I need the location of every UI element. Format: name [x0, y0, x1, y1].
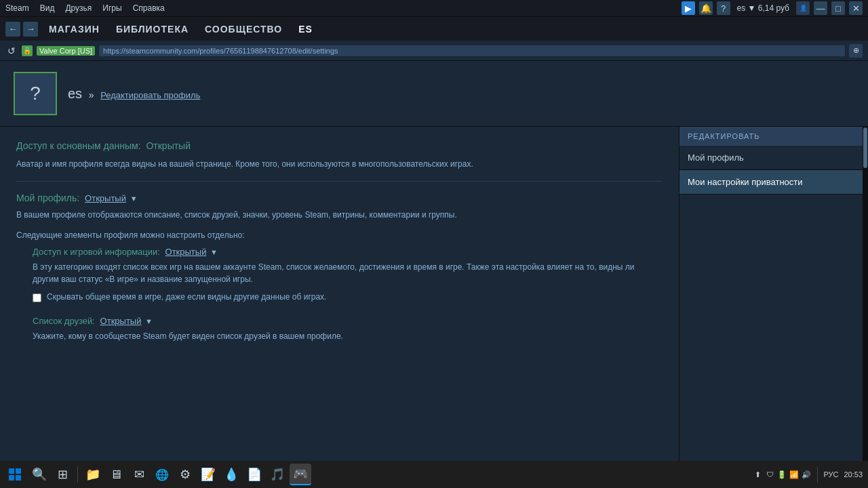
game-info-desc: В эту категорию входят список всех игр н…	[33, 261, 663, 285]
section-basic-data: Доступ к основным данным: Открытый Авата…	[16, 140, 663, 170]
tray-battery[interactable]: 🔋	[776, 469, 787, 480]
hide-playtime-label: Скрывать общее время в игре, даже если в…	[47, 292, 326, 302]
friends-arrow: ▼	[145, 317, 153, 325]
lock-icon: 🔒	[22, 45, 33, 56]
sub-items: Доступ к игровой информации: Открытый ▼ …	[33, 247, 663, 342]
game-info-status-link[interactable]: Открытый ▼	[165, 247, 218, 257]
profile-avatar: ?	[14, 72, 57, 115]
svg-rect-1	[16, 468, 21, 474]
section2-arrow: ▼	[130, 195, 138, 203]
section1-status: Открытый	[146, 140, 191, 151]
profile-header: ? es » Редактировать профиль	[0, 61, 868, 127]
profile-edit-link[interactable]: Редактировать профиль	[100, 90, 200, 100]
taskbar: 🔍 ⊞ 📁 🖥 ✉ 🌐 ⚙ 📝 💧 📄 🎵 🎮 ⬆ 🛡 🔋 📶 🔊 РУС 20…	[0, 461, 868, 488]
section2-title: Мой профиль: Открытый ▼	[16, 192, 663, 203]
svg-rect-0	[9, 468, 14, 474]
menu-help[interactable]: Справка	[133, 3, 165, 13]
section2-status[interactable]: Открытый	[85, 193, 126, 203]
game-info-section: Доступ к игровой информации: Открытый ▼ …	[33, 247, 663, 302]
main-content: ? es » Редактировать профиль Доступ к ос…	[0, 61, 868, 464]
taskview-icon[interactable]: ⊞	[52, 464, 73, 485]
keyboard-lang[interactable]: РУС	[823, 470, 838, 479]
system-clock: 20:53	[844, 470, 863, 479]
scrollbar[interactable]	[863, 127, 868, 464]
help-icon[interactable]: ?	[717, 1, 730, 15]
left-panel: Доступ к основным данным: Открытый Авата…	[0, 127, 679, 464]
menu-steam[interactable]: Steam	[5, 3, 29, 13]
section2-status-link[interactable]: Открытый ▼	[85, 192, 138, 203]
profile-username: es	[68, 86, 82, 101]
game-info-status[interactable]: Открытый	[165, 247, 207, 257]
notepad-icon[interactable]: 📝	[197, 464, 219, 485]
divider-1	[16, 181, 663, 182]
avatar-icon[interactable]: 👤	[796, 1, 810, 15]
nav-user[interactable]: ES	[298, 24, 313, 35]
section1-desc: Аватар и имя профиля всегда видны на ваш…	[16, 158, 663, 170]
nav-library[interactable]: БИБЛИОТЕКА	[116, 24, 189, 35]
explorer-icon[interactable]: 📁	[82, 464, 104, 485]
steam-icon[interactable]: ▶	[682, 1, 695, 15]
right-panel-edit-label: РЕДАКТИРОВАТЬ	[679, 127, 863, 146]
maximize-button[interactable]: □	[831, 1, 845, 15]
nav-store[interactable]: МАГАЗИН	[49, 24, 100, 35]
menu-games[interactable]: Игры	[102, 3, 121, 13]
svg-rect-2	[9, 475, 14, 481]
tray-network[interactable]: 📶	[789, 469, 800, 480]
taskbar-right: ⬆ 🛡 🔋 📶 🔊 РУС 20:53	[752, 466, 865, 483]
friends-status-link[interactable]: Открытый ▼	[100, 316, 153, 326]
bookmark-icon[interactable]: ⊕	[849, 44, 863, 58]
pdf-icon[interactable]: 📄	[243, 464, 265, 485]
menu-view[interactable]: Вид	[40, 3, 55, 13]
url-field[interactable]: https://steamcommunity.com/profiles/7656…	[99, 45, 845, 56]
system-tray: ⬆ 🛡 🔋 📶 🔊	[752, 469, 812, 480]
section2-desc: В вашем профиле отображаются описание, с…	[16, 209, 663, 221]
friends-section: Список друзей: Открытый ▼ Укажите, кому …	[33, 316, 663, 342]
section1-title: Доступ к основным данным: Открытый	[16, 140, 663, 151]
section-my-profile: Мой профиль: Открытый ▼ В вашем профиле …	[16, 192, 663, 342]
top-nav: ← → МАГАЗИН БИБЛИОТЕКА СООБЩЕСТВО ES	[0, 16, 868, 41]
notification-icon[interactable]: 🔔	[699, 1, 713, 15]
tray-shield[interactable]: 🛡	[764, 469, 775, 480]
friends-status[interactable]: Открытый	[100, 316, 142, 326]
menu-bar: Steam Вид Друзья Игры Справка ▶ 🔔 ? es ▼…	[0, 0, 868, 16]
forward-button[interactable]: →	[23, 22, 38, 37]
friends-desc: Укажите, кому в сообществе Steam будет в…	[33, 330, 663, 342]
svg-rect-3	[16, 475, 21, 481]
minimize-button[interactable]: —	[814, 1, 827, 15]
taskbar-sep2	[817, 466, 818, 483]
back-button[interactable]: ←	[5, 22, 20, 37]
edge-icon[interactable]: 🌐	[151, 464, 173, 485]
steam-taskbar-icon[interactable]: 💧	[220, 464, 242, 485]
taskbar-separator	[77, 466, 78, 483]
content-wrapper: Доступ к основным данным: Открытый Авата…	[0, 127, 868, 464]
mail-icon[interactable]: ✉	[128, 464, 150, 485]
right-menu-my-profile[interactable]: Мой профиль	[679, 146, 863, 170]
nav-community[interactable]: СООБЩЕСТВО	[205, 24, 282, 35]
refresh-button[interactable]: ↺	[5, 45, 18, 57]
search-taskbar-icon[interactable]: 🔍	[28, 464, 50, 485]
tray-volume[interactable]: 🔊	[801, 469, 812, 480]
user-display: es ▼ 6,14 руб	[737, 3, 789, 13]
tray-arrow[interactable]: ⬆	[752, 469, 763, 480]
settings-icon[interactable]: ⚙	[174, 464, 196, 485]
address-bar: ↺ 🔒 Valve Corp [US] https://steamcommuni…	[0, 41, 868, 61]
game-info-title: Доступ к игровой информации: Открытый ▼	[33, 247, 663, 257]
right-panel-menu: Мой профиль Мои настройки приватности	[679, 146, 863, 195]
menu-friends[interactable]: Друзья	[65, 3, 92, 13]
friends-title: Список друзей: Открытый ▼	[33, 316, 663, 326]
scrollbar-thumb	[863, 127, 867, 168]
section2-sub: Следующие элементы профиля можно настрои…	[16, 229, 663, 241]
clock-time: 20:53	[844, 470, 863, 479]
site-label: Valve Corp [US]	[37, 46, 95, 56]
right-menu-privacy[interactable]: Мои настройки приватности	[679, 170, 863, 195]
hide-playtime-row: Скрывать общее время в игре, даже если в…	[33, 292, 663, 302]
app-icon-5[interactable]: 🎵	[267, 464, 288, 485]
hide-playtime-checkbox[interactable]	[33, 293, 41, 302]
start-button[interactable]	[3, 462, 27, 487]
store-icon[interactable]: 🖥	[105, 464, 127, 485]
right-panel: РЕДАКТИРОВАТЬ Мой профиль Мои настройки …	[679, 127, 863, 464]
steam-icon-active[interactable]: 🎮	[290, 464, 311, 485]
game-info-arrow: ▼	[210, 248, 218, 256]
profile-separator: »	[89, 89, 94, 100]
close-button[interactable]: ✕	[849, 1, 863, 15]
